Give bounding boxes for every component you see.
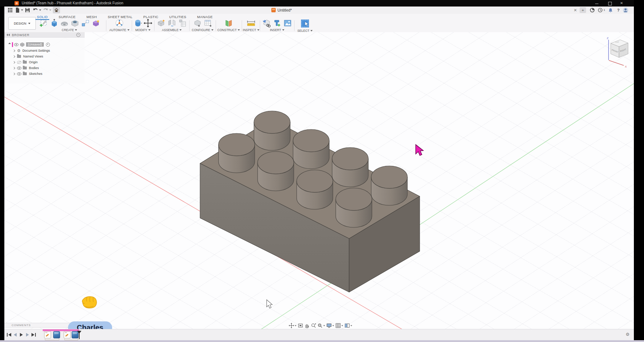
insert-derive-icon[interactable] xyxy=(273,19,281,27)
group-label-configure[interactable]: CONFIGURE xyxy=(191,28,214,32)
expand-icon[interactable] xyxy=(13,49,15,52)
brick-stud[interactable] xyxy=(254,111,290,150)
joint-icon[interactable] xyxy=(168,19,176,27)
expand-icon[interactable] xyxy=(13,67,15,69)
automate-icon[interactable] xyxy=(115,19,124,27)
group-label-create[interactable]: CREATE xyxy=(37,28,102,32)
pattern-icon[interactable] xyxy=(81,19,90,27)
minimize-button[interactable] xyxy=(593,1,601,6)
redo-caret-icon[interactable] xyxy=(49,9,51,11)
canvas-image-icon[interactable] xyxy=(283,19,292,27)
configuration-icon[interactable] xyxy=(193,19,202,27)
move-icon[interactable] xyxy=(144,19,152,27)
construct-plane-icon[interactable] xyxy=(224,19,233,27)
orbit-tool[interactable] xyxy=(289,323,297,328)
expand-icon[interactable] xyxy=(13,61,15,63)
group-label-construct[interactable]: CONSTRUCT xyxy=(218,28,240,32)
visibility-eye-icon[interactable] xyxy=(14,43,18,46)
bom-list-icon[interactable] xyxy=(178,19,187,27)
create-form-icon[interactable] xyxy=(92,19,100,27)
browser-item-named-views[interactable]: Named Views xyxy=(4,54,85,59)
job-status-icon[interactable] xyxy=(590,8,595,13)
brick-stud[interactable] xyxy=(297,170,333,209)
timeline-position-marker[interactable] xyxy=(77,330,82,339)
display-settings-tool[interactable] xyxy=(326,323,334,328)
close-document-tab-button[interactable]: ✕ xyxy=(573,7,578,13)
timeline-settings-gear-icon[interactable]: ⚙ xyxy=(626,332,630,337)
brick-stud[interactable] xyxy=(219,133,255,173)
group-label-automate[interactable]: AUTOMATE xyxy=(108,28,131,32)
timeline-play-button[interactable] xyxy=(19,333,24,337)
brick-stud[interactable] xyxy=(293,129,329,169)
file-menu-caret-icon[interactable] xyxy=(21,9,23,11)
brick-stud[interactable] xyxy=(371,166,407,205)
3d-viewport[interactable] xyxy=(4,32,634,329)
activate-component-icon[interactable] xyxy=(46,43,50,47)
configuration-table-icon[interactable] xyxy=(204,19,212,27)
root-node-label[interactable]: (Unsaved) xyxy=(26,42,44,47)
brick-stud[interactable] xyxy=(336,188,372,227)
select-icon[interactable] xyxy=(300,19,310,28)
group-label-assemble[interactable]: ASSEMBLE xyxy=(156,28,187,32)
new-component-icon[interactable] xyxy=(157,19,166,27)
look-at-tool[interactable] xyxy=(298,323,303,328)
home-dashboard-button[interactable] xyxy=(53,7,60,13)
extrude-icon[interactable] xyxy=(50,19,58,27)
app-grid-icon[interactable] xyxy=(7,7,13,13)
folder-icon xyxy=(17,55,21,58)
grid-snaps-tool[interactable] xyxy=(335,323,343,328)
brick-stud[interactable] xyxy=(258,151,294,191)
browser-item-document-settings[interactable]: ⚙ Document Settings xyxy=(4,48,85,53)
redo-icon[interactable] xyxy=(43,7,48,13)
timeline-go-start-button[interactable] xyxy=(7,333,12,337)
browser-item-origin[interactable]: Origin xyxy=(4,60,85,65)
hand-pan-icon xyxy=(304,323,310,328)
collapse-panel-icon[interactable] xyxy=(7,34,10,36)
browser-root-row[interactable]: (Unsaved) xyxy=(4,42,85,47)
create-sketch-icon[interactable] xyxy=(39,19,48,27)
brick-stud[interactable] xyxy=(332,148,368,187)
extension-clock-icon[interactable] xyxy=(598,8,603,13)
user-avatar[interactable] xyxy=(623,7,628,13)
lego-brick-body[interactable] xyxy=(200,111,420,292)
viewports-tool[interactable] xyxy=(344,323,352,328)
maximize-button[interactable] xyxy=(606,1,614,6)
browser-item-bodies[interactable]: Bodies xyxy=(4,65,85,70)
expand-collapse-icon[interactable] xyxy=(8,42,11,45)
revolve-icon[interactable] xyxy=(60,19,69,27)
visibility-eye-icon[interactable] xyxy=(17,72,21,76)
hole-icon[interactable] xyxy=(71,19,79,27)
fit-tool[interactable] xyxy=(317,323,325,328)
help-button[interactable]: ? xyxy=(616,7,621,13)
new-document-tab-button[interactable]: + xyxy=(580,7,586,13)
insert-mesh-icon[interactable] xyxy=(262,19,271,27)
timeline-item-extrude[interactable] xyxy=(53,331,60,338)
view-cube[interactable]: Z X TOP FRONT RIGHT xyxy=(601,35,632,69)
visibility-eye-icon[interactable] xyxy=(17,67,21,70)
group-label-modify[interactable]: MODIFY xyxy=(133,28,153,32)
timeline-go-end-button[interactable] xyxy=(31,333,36,337)
expand-icon[interactable] xyxy=(13,55,15,57)
group-label-insert[interactable]: INSERT xyxy=(262,28,292,32)
group-label-inspect[interactable]: INSPECT xyxy=(244,28,258,32)
timeline-step-back-button[interactable] xyxy=(13,333,18,337)
undo-icon[interactable] xyxy=(33,7,38,13)
press-pull-icon[interactable] xyxy=(134,19,142,27)
save-icon[interactable] xyxy=(25,7,30,13)
pan-tool[interactable] xyxy=(304,323,310,328)
timeline-item-sketch[interactable] xyxy=(64,331,71,338)
zoom-tool[interactable] xyxy=(311,323,316,328)
measure-icon[interactable] xyxy=(246,19,256,27)
browser-options-icon[interactable] xyxy=(76,33,80,37)
timeline-item-sketch[interactable] xyxy=(44,331,51,338)
workspace-selector[interactable]: DESIGN xyxy=(8,17,36,30)
close-button[interactable]: ✕ xyxy=(617,1,626,6)
notifications-bell-icon[interactable] xyxy=(608,8,613,13)
document-tab[interactable]: Untitled* xyxy=(271,7,292,13)
file-menu-icon[interactable] xyxy=(14,7,20,13)
undo-caret-icon[interactable] xyxy=(39,9,41,11)
timeline-step-forward-button[interactable] xyxy=(25,333,30,337)
visibility-eye-off-icon[interactable] xyxy=(17,61,21,64)
expand-icon[interactable] xyxy=(13,72,15,75)
browser-item-sketches[interactable]: Sketches xyxy=(4,71,85,76)
